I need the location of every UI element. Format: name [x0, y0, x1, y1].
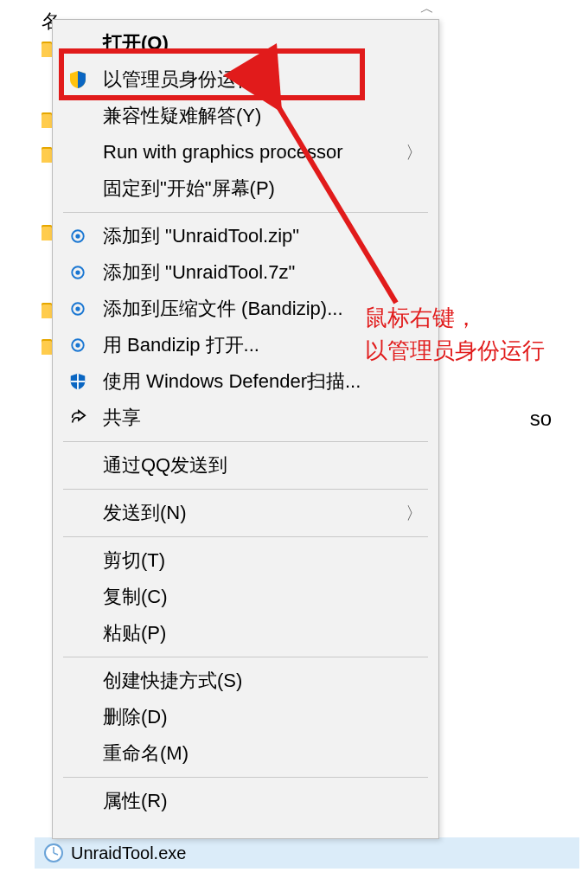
menu-item-paste[interactable]: 粘贴(P): [53, 615, 438, 651]
folder-icon: [42, 42, 52, 57]
menu-item-compat-troubleshoot[interactable]: 兼容性疑难解答(Y): [53, 98, 438, 134]
background-filename-fragment: so: [530, 407, 552, 431]
svg-point-10: [75, 343, 80, 347]
menu-label: 发送到(N): [103, 500, 406, 526]
svg-point-4: [75, 234, 80, 238]
menu-label: 添加到 "UnraidTool.7z": [103, 260, 423, 285]
menu-label: 删除(D): [103, 704, 423, 730]
annotation-line2: 以管理员身份运行: [365, 337, 545, 363]
menu-label: 剪切(T): [103, 548, 423, 574]
menu-label: 添加到 "UnraidTool.zip": [103, 223, 423, 249]
menu-separator: [63, 657, 428, 657]
menu-separator: [63, 212, 428, 213]
menu-item-delete[interactable]: 删除(D): [53, 699, 438, 735]
menu-item-open[interactable]: 打开(O): [53, 25, 438, 61]
menu-label: 属性(R): [103, 788, 423, 814]
context-menu: 打开(O) 以管理员身份运行(A) 兼容性疑难解答(Y) Run with gr…: [52, 19, 439, 839]
menu-item-rename[interactable]: 重命名(M): [53, 735, 438, 772]
menu-item-send-to[interactable]: 发送到(N) 〉: [53, 495, 438, 531]
menu-label: Run with graphics processor: [103, 141, 406, 164]
menu-item-pin-start[interactable]: 固定到"开始"屏幕(P): [53, 170, 438, 207]
sort-caret-icon: ︿: [420, 0, 434, 18]
bandizip-icon: [67, 225, 89, 247]
bandizip-icon: [67, 298, 89, 320]
annotation-line1: 鼠标右键，: [365, 305, 477, 330]
menu-label: 重命名(M): [103, 741, 423, 766]
menu-item-properties[interactable]: 属性(R): [53, 783, 438, 819]
menu-item-add-7z[interactable]: 添加到 "UnraidTool.7z": [53, 254, 438, 291]
menu-item-send-qq[interactable]: 通过QQ发送到: [53, 447, 438, 484]
selected-file-row[interactable]: UnraidTool.exe: [35, 837, 579, 869]
menu-separator: [63, 489, 428, 490]
folder-icon: [42, 339, 52, 355]
shield-admin-icon: [67, 68, 89, 91]
menu-label: 粘贴(P): [103, 620, 423, 646]
menu-label: 通过QQ发送到: [103, 452, 423, 478]
menu-separator: [63, 777, 428, 778]
bandizip-icon: [67, 261, 89, 284]
menu-item-defender-scan[interactable]: 使用 Windows Defender扫描...: [53, 363, 438, 400]
selected-file-name: UnraidTool.exe: [71, 843, 186, 863]
folder-icon: [42, 112, 52, 128]
menu-item-run-graphics[interactable]: Run with graphics processor 〉: [53, 134, 438, 170]
chevron-right-icon: 〉: [406, 502, 423, 525]
bandizip-icon: [67, 334, 89, 356]
menu-label: 兼容性疑难解答(Y): [103, 103, 423, 129]
menu-label: 打开(O): [103, 30, 423, 56]
svg-point-6: [75, 270, 80, 274]
menu-item-cut[interactable]: 剪切(T): [53, 542, 438, 579]
menu-item-copy[interactable]: 复制(C): [53, 579, 438, 615]
defender-shield-icon: [67, 370, 89, 393]
menu-label: 以管理员身份运行(A): [103, 67, 423, 93]
menu-item-share[interactable]: 共享: [53, 400, 438, 436]
menu-item-run-as-admin[interactable]: 以管理员身份运行(A): [53, 61, 438, 98]
menu-separator: [63, 441, 428, 442]
menu-separator: [63, 536, 428, 537]
menu-label: 共享: [103, 405, 423, 431]
exe-file-icon: [43, 843, 64, 863]
svg-point-8: [75, 306, 80, 311]
menu-item-add-zip[interactable]: 添加到 "UnraidTool.zip": [53, 218, 438, 254]
annotation-text: 鼠标右键， 以管理员身份运行: [365, 301, 545, 367]
folder-icon: [42, 147, 52, 163]
folder-icon: [42, 303, 52, 318]
menu-label: 使用 Windows Defender扫描...: [103, 369, 423, 394]
menu-item-create-shortcut[interactable]: 创建快捷方式(S): [53, 663, 438, 699]
chevron-right-icon: 〉: [406, 141, 423, 164]
share-icon: [67, 407, 89, 429]
menu-label: 创建快捷方式(S): [103, 668, 423, 694]
menu-label: 复制(C): [103, 584, 423, 610]
menu-label: 固定到"开始"屏幕(P): [103, 176, 423, 202]
folder-icon: [42, 225, 52, 240]
